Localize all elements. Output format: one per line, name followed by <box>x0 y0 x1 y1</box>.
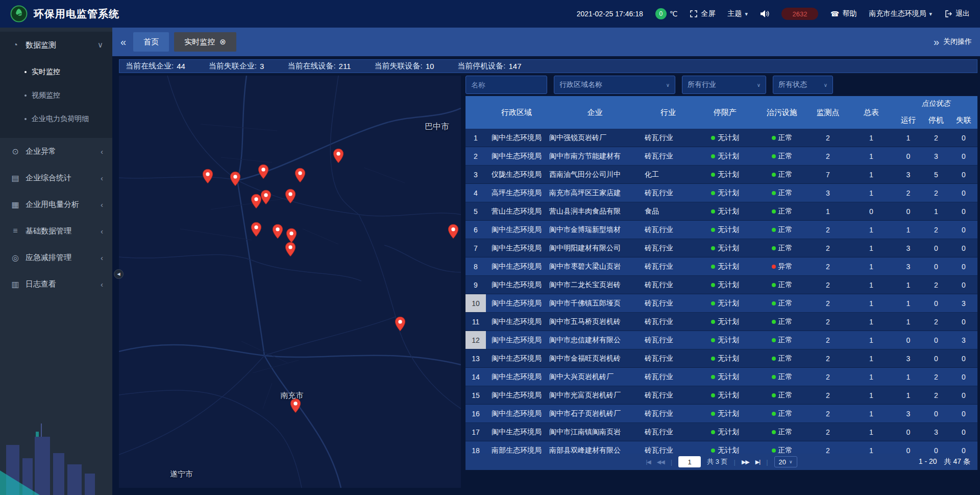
cell-index: 11 <box>465 313 486 331</box>
sidebar-group-logs[interactable]: ▥ 日志查看 ‹ <box>0 271 112 297</box>
table-row[interactable]: 10 阆中生态环境局 阆中市千佛镇五郎垭页 砖瓦行业 无计划 正常 2 1 1 … <box>465 294 977 313</box>
cell-total-meters: 1 <box>848 405 894 422</box>
map-collapse-button[interactable]: ◀ <box>114 269 124 279</box>
table-row[interactable]: 15 阆中生态环境局 阆中市光富页岩机砖厂 砖瓦行业 无计划 正常 2 1 1 … <box>465 386 977 405</box>
table-row[interactable]: 7 阆中生态环境局 阆中明阳建材有限公司 砖瓦行业 无计划 正常 2 1 3 0… <box>465 239 977 257</box>
table-row[interactable]: 2 阆中生态环境局 阆中市南方节能建材有 砖瓦行业 无计划 正常 2 1 0 3… <box>465 147 977 166</box>
table-row[interactable]: 6 阆中生态环境局 阆中市金博瑞新型墙材 砖瓦行业 无计划 正常 2 1 1 2… <box>465 221 977 239</box>
map-pin[interactable] <box>295 168 306 183</box>
sidebar-group-base-data[interactable]: ≡ 基础数据管理 ‹ <box>0 218 112 244</box>
close-operations-button[interactable]: » 关闭操作 <box>934 37 972 47</box>
table-row[interactable]: 12 阆中生态环境局 阆中市忠信建材有限公 砖瓦行业 无计划 正常 2 1 0 … <box>465 331 977 349</box>
sidebar-item-power-load-detail[interactable]: 企业电力负荷明细 <box>0 107 112 131</box>
status-dot-green <box>711 430 715 434</box>
cell-total-meters: 1 <box>848 221 894 239</box>
notification-badge[interactable]: 2632 <box>781 8 818 20</box>
sidebar-item-video[interactable]: 视频监控 <box>0 84 112 107</box>
announcement-button[interactable] <box>760 10 769 18</box>
stat-value: 10 <box>426 62 434 70</box>
last-page-button[interactable]: ▶| <box>755 459 760 465</box>
sidebar-group-power-analysis[interactable]: ▦ 企业用电量分析 ‹ <box>0 191 112 218</box>
map-pin[interactable] <box>260 190 272 205</box>
logout-button[interactable]: 退出 <box>944 9 970 18</box>
cell-company: 阆中强锐页岩砖厂 <box>547 129 643 147</box>
next-page-button[interactable]: ▶▶ <box>742 459 749 465</box>
table-row[interactable]: 14 阆中生态环境局 阆中大兴页岩机砖厂 砖瓦行业 无计划 正常 2 1 1 2… <box>465 368 977 386</box>
map-pin[interactable] <box>286 228 297 243</box>
first-page-button[interactable]: |◀ <box>646 459 650 465</box>
sidebar-group-emergency[interactable]: ◎ 应急减排管理 ‹ <box>0 244 112 271</box>
table-row[interactable]: 16 阆中生态环境局 阆中市石子页岩机砖厂 砖瓦行业 无计划 正常 2 1 3 … <box>465 405 977 423</box>
close-operations-label: 关闭操作 <box>943 37 972 46</box>
cell-monitor-points: 7 <box>807 166 848 183</box>
table-row[interactable]: 1 阆中生态环境局 阆中强锐页岩砖厂 砖瓦行业 无计划 正常 2 1 1 2 0 <box>465 129 977 147</box>
cell-industry: 砖瓦行业 <box>643 441 694 454</box>
status-dot-red <box>772 265 776 269</box>
status-filter-select[interactable]: 所有状态 ∨ <box>773 76 833 94</box>
page-number-input[interactable] <box>678 456 701 467</box>
table-row[interactable]: 4 高坪生态环境局 南充市高坪区王家店建 砖瓦行业 无计划 正常 3 1 2 2… <box>465 184 977 202</box>
org-dropdown[interactable]: 南充市生态环境局 ▾ <box>869 9 932 18</box>
cell-lost: 0 <box>950 441 977 454</box>
cell-production-limit: 无计划 <box>694 294 756 312</box>
cell-index: 18 <box>465 441 486 454</box>
cell-stopped: 2 <box>922 368 950 386</box>
tab-scroll-left-button[interactable]: « <box>120 37 126 47</box>
table-row[interactable]: 17 阆中生态环境局 阆中市江南镇阆南页岩 砖瓦行业 无计划 正常 2 1 0 … <box>465 423 977 441</box>
status-dot-green <box>711 357 715 361</box>
sidebar-group-label: 企业综合统计 <box>26 173 71 183</box>
map-pin[interactable] <box>448 224 459 239</box>
map-pin[interactable] <box>395 316 406 332</box>
tab-home[interactable]: 首页 <box>133 32 169 52</box>
table-row[interactable]: 11 阆中生态环境局 阆中市五马桥页岩机砖 砖瓦行业 无计划 正常 2 1 1 … <box>465 313 977 331</box>
sidebar-group-data-monitor[interactable]: ◔ 数据监测 ∨ <box>0 32 112 58</box>
status-dot-green <box>711 412 715 416</box>
map-pin[interactable] <box>333 148 344 163</box>
map-pin[interactable] <box>272 224 283 239</box>
page-size-select[interactable]: 20 ∨ <box>774 456 797 467</box>
name-filter-input[interactable] <box>465 76 547 94</box>
map-pin[interactable] <box>230 171 241 186</box>
cell-monitor-points: 2 <box>807 129 848 147</box>
table-row[interactable]: 8 阆中生态环境局 阆中市枣碧大梁山页岩 砖瓦行业 无计划 异常 2 1 3 0… <box>465 257 977 276</box>
map-pin[interactable] <box>285 242 296 257</box>
status-dot-green <box>711 228 715 232</box>
divider: | <box>766 458 768 466</box>
cell-stopped: 0 <box>922 405 950 422</box>
cell-index: 1 <box>465 129 486 147</box>
table-row[interactable]: 18 南部生态环境局 南部县双峰建材有限公 砖瓦行业 无计划 正常 2 1 0 … <box>465 441 977 454</box>
sidebar-item-realtime[interactable]: 实时监控 <box>0 60 112 84</box>
sidebar-group-company-stats[interactable]: ▤ 企业综合统计 ‹ <box>0 164 112 191</box>
tab-realtime-monitor[interactable]: 实时监控 ⊗ <box>174 32 236 52</box>
cell-pollution-facility: 正常 <box>756 276 807 294</box>
map-pin[interactable] <box>285 188 296 204</box>
cell-monitor-points: 2 <box>807 349 848 367</box>
cell-index: 4 <box>465 184 486 202</box>
status-dot-green <box>772 283 776 287</box>
help-button[interactable]: ☎ 帮助 <box>830 9 856 18</box>
cell-region: 阆中生态环境局 <box>486 386 547 404</box>
fullscreen-button[interactable]: 全屏 <box>690 9 715 18</box>
map-panel[interactable]: 巴中市南充市遂宁市 <box>119 76 461 488</box>
prev-page-button[interactable]: ◀◀ <box>657 459 665 465</box>
map-pin[interactable] <box>258 164 269 179</box>
cell-region: 阆中生态环境局 <box>486 368 547 386</box>
map-pin[interactable] <box>202 169 213 184</box>
table-row[interactable]: 13 阆中生态环境局 阆中市金福旺页岩机砖 砖瓦行业 无计划 正常 2 1 3 … <box>465 349 977 368</box>
theme-dropdown[interactable]: 主题 ▾ <box>727 9 748 18</box>
table-row[interactable]: 3 仪陇生态环境局 西南油气田分公司川中 化工 无计划 正常 7 1 3 5 0 <box>465 166 977 184</box>
tab-bar: « 首页 实时监控 ⊗ » 关闭操作 <box>112 28 980 56</box>
sidebar-group-company-abnormal[interactable]: ⊙ 企业异常 ‹ <box>0 138 112 164</box>
cell-lost: 0 <box>950 202 977 220</box>
map-pin[interactable] <box>251 222 262 237</box>
close-tab-icon[interactable]: ⊗ <box>219 37 226 46</box>
table-row[interactable]: 9 阆中生态环境局 阆中市二龙长宝页岩砖 砖瓦行业 无计划 正常 2 1 1 2… <box>465 276 977 294</box>
map-city-label: 遂宁市 <box>170 469 193 479</box>
cell-region: 营山生态环境局 <box>486 202 547 220</box>
region-filter-select[interactable]: 行政区域名称 ∨ <box>554 76 675 94</box>
stat-offline-devices: 当前失联设备: 10 <box>374 61 434 71</box>
cell-region: 阆中生态环境局 <box>486 405 547 422</box>
table-row[interactable]: 5 营山生态环境局 营山县润丰肉食品有限 食品 无计划 正常 1 0 0 1 0 <box>465 202 977 221</box>
cell-lost: 3 <box>950 331 977 349</box>
industry-filter-select[interactable]: 所有行业 ∨ <box>682 76 766 94</box>
